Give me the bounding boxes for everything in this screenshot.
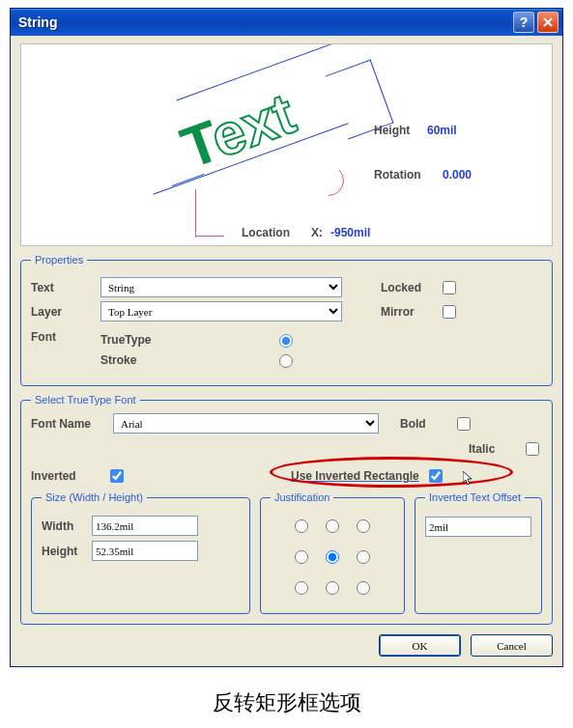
size-legend: Size (Width / Height) bbox=[42, 491, 147, 503]
locked-label: Locked bbox=[381, 281, 439, 294]
truetype-group: Select TrueType Font Font Name Arial Bol… bbox=[20, 394, 553, 625]
font-label: Font bbox=[31, 327, 100, 344]
close-icon bbox=[542, 16, 554, 28]
height-label: Height bbox=[374, 124, 410, 137]
just-legend: Justification bbox=[271, 491, 333, 503]
dialog-window: String ? Text Height 60mil Rotation 0.00… bbox=[10, 8, 563, 667]
origin-h bbox=[195, 236, 224, 237]
close-button[interactable] bbox=[537, 12, 559, 33]
just-ml[interactable] bbox=[295, 550, 308, 564]
truetype-radio[interactable] bbox=[279, 334, 293, 348]
offset-legend: Inverted Text Offset bbox=[425, 491, 525, 503]
locked-checkbox[interactable] bbox=[443, 281, 456, 294]
italic-label: Italic bbox=[469, 442, 522, 456]
italic-checkbox[interactable] bbox=[526, 442, 539, 456]
truetype-label: TrueType bbox=[100, 333, 274, 347]
rotation-value: 0.000 bbox=[443, 168, 472, 182]
size-height-label: Height bbox=[42, 545, 92, 558]
cursor-icon bbox=[463, 471, 478, 487]
just-mc[interactable] bbox=[326, 550, 339, 564]
location-label: Location bbox=[242, 226, 290, 239]
origin-v bbox=[195, 189, 196, 238]
inverted-checkbox[interactable] bbox=[110, 469, 124, 483]
mirror-checkbox[interactable] bbox=[443, 305, 456, 319]
fontname-label: Font Name bbox=[31, 417, 113, 431]
properties-group: Properties Text String Locked Layer Top … bbox=[20, 254, 553, 386]
window-title: String bbox=[18, 14, 510, 30]
inverted-label: Inverted bbox=[31, 469, 106, 483]
x-label: X: bbox=[311, 226, 323, 239]
justification-group: Justification bbox=[260, 491, 405, 614]
stroke-label: Stroke bbox=[100, 353, 274, 367]
x-value: -950mil bbox=[330, 226, 370, 239]
rotation-arc-icon bbox=[313, 165, 344, 196]
layer-label: Layer bbox=[31, 305, 100, 319]
just-tl[interactable] bbox=[295, 519, 308, 533]
offset-input[interactable] bbox=[425, 517, 531, 537]
mirror-label: Mirror bbox=[381, 305, 439, 319]
y-value: -1190mil bbox=[330, 243, 377, 246]
button-bar: OK Cancel bbox=[20, 634, 553, 657]
just-tc[interactable] bbox=[326, 519, 339, 533]
just-br[interactable] bbox=[357, 581, 370, 595]
fontname-combo[interactable]: Arial bbox=[113, 413, 379, 434]
just-mr[interactable] bbox=[357, 550, 370, 564]
ok-button[interactable]: OK bbox=[379, 634, 461, 657]
layer-combo[interactable]: Top Layer bbox=[100, 301, 342, 322]
just-bc[interactable] bbox=[326, 581, 339, 595]
size-width-label: Width bbox=[42, 519, 92, 533]
text-label: Text bbox=[31, 281, 100, 294]
cancel-button[interactable]: Cancel bbox=[471, 634, 553, 657]
rotation-label: Rotation bbox=[374, 168, 421, 182]
titlebar[interactable]: String ? bbox=[11, 9, 562, 36]
stroke-radio[interactable] bbox=[279, 354, 293, 368]
height-value: 60mil bbox=[427, 124, 457, 137]
size-height-input[interactable] bbox=[92, 541, 198, 561]
client-area: Text Height 60mil Rotation 0.000 Locatio… bbox=[11, 36, 562, 666]
truetype-legend: Select TrueType Font bbox=[31, 394, 140, 406]
size-group: Size (Width / Height) Width Height bbox=[31, 491, 250, 614]
justification-grid bbox=[271, 511, 394, 603]
bold-label: Bold bbox=[400, 417, 453, 431]
figure-caption: 反转矩形框选项 bbox=[0, 688, 573, 717]
y-label: Y: bbox=[311, 243, 322, 246]
bold-checkbox[interactable] bbox=[457, 417, 471, 431]
help-button[interactable]: ? bbox=[513, 12, 534, 33]
offset-group: Inverted Text Offset bbox=[415, 491, 542, 614]
properties-legend: Properties bbox=[31, 254, 87, 266]
text-combo[interactable]: String bbox=[100, 277, 342, 297]
just-tr[interactable] bbox=[357, 519, 370, 533]
just-bl[interactable] bbox=[295, 581, 308, 595]
preview-pane: Text Height 60mil Rotation 0.000 Locatio… bbox=[20, 43, 553, 246]
size-width-input[interactable] bbox=[92, 516, 198, 536]
